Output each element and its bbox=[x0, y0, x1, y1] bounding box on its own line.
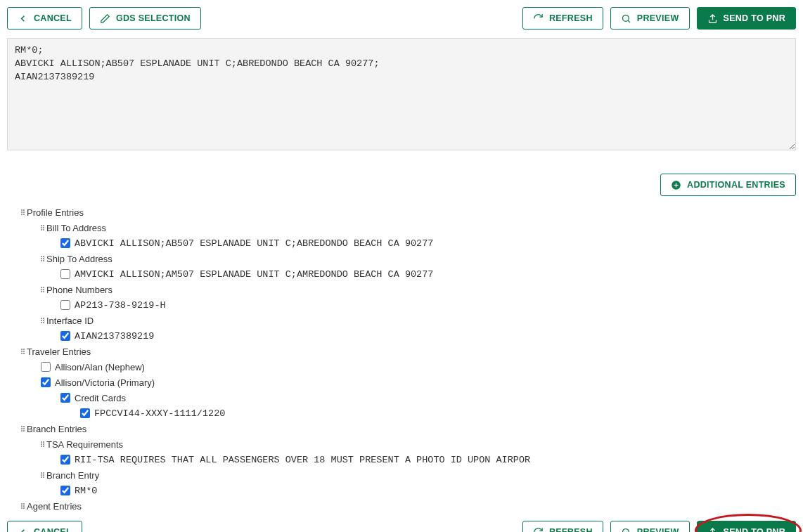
tsa-value-row: RII-TSA REQUIRES THAT ALL PASSENGERS OVE… bbox=[21, 452, 782, 467]
credit-card-value-checkbox[interactable] bbox=[80, 408, 90, 418]
interface-value-row: AIAN2137389219 bbox=[21, 328, 782, 344]
pencil-icon bbox=[100, 13, 110, 24]
bill-to-address-node[interactable]: Bill To Address bbox=[21, 220, 782, 235]
cancel-button-bottom[interactable]: CANCEL bbox=[7, 521, 82, 532]
send-to-pnr-label: SEND TO PNR bbox=[724, 13, 786, 23]
credit-cards-label: Credit Cards bbox=[75, 393, 126, 403]
bill-to-value-row: ABVICKI ALLISON;AB507 ESPLANADE UNIT C;A… bbox=[21, 235, 782, 251]
additional-entries-row: ADDITIONAL ENTRIES bbox=[7, 174, 796, 196]
branch-entries-node[interactable]: Branch Entries bbox=[21, 421, 782, 436]
interface-id-node[interactable]: Interface ID bbox=[21, 313, 782, 328]
allison-alan-label: Allison/Alan (Nephew) bbox=[55, 362, 145, 372]
tsa-requirements-label: TSA Requirements bbox=[46, 439, 123, 450]
refresh-button-bottom[interactable]: REFRESH bbox=[522, 521, 603, 532]
bill-to-address-label: Bill To Address bbox=[46, 223, 106, 233]
allison-victoria-label: Allison/Victoria (Primary) bbox=[55, 377, 155, 388]
ship-to-address-node[interactable]: Ship To Address bbox=[21, 251, 782, 266]
bottom-toolbar: CANCEL REFRESH PREVIEW SEND TO PNR bbox=[7, 521, 796, 532]
send-to-pnr-button[interactable]: SEND TO PNR bbox=[697, 7, 797, 30]
gds-command-textarea[interactable] bbox=[7, 38, 796, 150]
branch-entry-node[interactable]: Branch Entry bbox=[21, 467, 782, 483]
ship-to-value-row: AMVICKI ALLISON;AM507 ESPLANADE UNIT C;A… bbox=[21, 266, 782, 282]
grip-icon bbox=[21, 503, 25, 509]
allison-alan-row: Allison/Alan (Nephew) bbox=[21, 359, 782, 375]
credit-cards-row: Credit Cards bbox=[21, 390, 782, 406]
top-toolbar: CANCEL GDS SELECTION REFRESH PREVIEW SEN… bbox=[7, 7, 796, 30]
bill-to-checkbox[interactable] bbox=[60, 238, 70, 248]
phone-checkbox[interactable] bbox=[60, 300, 70, 310]
svg-point-5 bbox=[622, 528, 629, 532]
svg-line-1 bbox=[628, 20, 630, 22]
allison-victoria-row: Allison/Victoria (Primary) bbox=[21, 375, 782, 390]
refresh-button[interactable]: REFRESH bbox=[522, 7, 603, 30]
ship-to-address-label: Ship To Address bbox=[46, 254, 113, 264]
branch-value: RM*0 bbox=[75, 486, 97, 496]
ship-to-checkbox[interactable] bbox=[60, 269, 70, 279]
agent-entries-node[interactable]: Agent Entries bbox=[21, 498, 782, 514]
branch-value-checkbox[interactable] bbox=[60, 486, 70, 495]
tsa-requirements-node[interactable]: TSA Requirements bbox=[21, 436, 782, 452]
grip-icon bbox=[41, 225, 44, 231]
grip-icon bbox=[21, 426, 25, 432]
phone-value-row: AP213-738-9219-H bbox=[21, 297, 782, 313]
credit-cards-checkbox[interactable] bbox=[60, 393, 70, 403]
grip-icon bbox=[41, 318, 44, 323]
bill-to-value: ABVICKI ALLISON;AB507 ESPLANADE UNIT C;A… bbox=[75, 238, 433, 249]
profile-entries-node[interactable]: Profile Entries bbox=[21, 205, 782, 220]
search-icon bbox=[621, 527, 631, 533]
preview-label-bottom: PREVIEW bbox=[637, 527, 679, 532]
grip-icon bbox=[41, 472, 44, 478]
gds-selection-label: GDS SELECTION bbox=[116, 13, 191, 23]
search-icon bbox=[621, 13, 631, 24]
phone-value: AP213-738-9219-H bbox=[75, 300, 166, 311]
grip-icon bbox=[41, 287, 44, 292]
profile-entries-label: Profile Entries bbox=[27, 207, 84, 218]
tsa-value: RII-TSA REQUIRES THAT ALL PASSENGERS OVE… bbox=[75, 455, 530, 465]
preview-label: PREVIEW bbox=[637, 13, 679, 23]
grip-icon bbox=[41, 441, 44, 447]
send-to-pnr-button-bottom[interactable]: SEND TO PNR bbox=[697, 521, 797, 532]
branch-value-row: RM*0 bbox=[21, 483, 782, 498]
refresh-icon bbox=[533, 527, 544, 533]
traveler-entries-label: Traveler Entries bbox=[27, 346, 91, 357]
branch-entries-label: Branch Entries bbox=[27, 424, 86, 434]
additional-entries-label: ADDITIONAL ENTRIES bbox=[687, 180, 785, 190]
refresh-label: REFRESH bbox=[549, 13, 593, 23]
traveler-entries-node[interactable]: Traveler Entries bbox=[21, 344, 782, 359]
chevron-left-icon bbox=[18, 527, 28, 533]
agent-entries-label: Agent Entries bbox=[27, 501, 82, 512]
interface-id-label: Interface ID bbox=[46, 316, 94, 326]
interface-checkbox[interactable] bbox=[60, 331, 70, 341]
upload-icon bbox=[707, 13, 718, 24]
grip-icon bbox=[41, 256, 44, 261]
chevron-left-icon bbox=[18, 13, 28, 24]
refresh-label-bottom: REFRESH bbox=[549, 527, 593, 532]
grip-icon bbox=[21, 349, 25, 354]
allison-alan-checkbox[interactable] bbox=[41, 362, 51, 372]
allison-victoria-checkbox[interactable] bbox=[41, 377, 51, 387]
grip-icon bbox=[21, 209, 25, 215]
cancel-label: CANCEL bbox=[34, 13, 72, 23]
entries-tree: Profile Entries Bill To Address ABVICKI … bbox=[7, 205, 796, 521]
cancel-button[interactable]: CANCEL bbox=[7, 7, 82, 30]
credit-card-value-row: FPCCVI44-XXXY-1111/1220 bbox=[21, 406, 782, 421]
cancel-label-bottom: CANCEL bbox=[34, 527, 72, 532]
interface-value: AIAN2137389219 bbox=[75, 331, 154, 342]
svg-point-0 bbox=[622, 15, 629, 21]
send-to-pnr-label-bottom: SEND TO PNR bbox=[724, 527, 786, 532]
ship-to-value: AMVICKI ALLISON;AM507 ESPLANADE UNIT C;A… bbox=[75, 269, 433, 280]
refresh-icon bbox=[533, 13, 544, 24]
gds-selection-button[interactable]: GDS SELECTION bbox=[89, 7, 201, 30]
plus-circle-icon bbox=[671, 180, 681, 190]
preview-button[interactable]: PREVIEW bbox=[610, 7, 690, 30]
additional-entries-button[interactable]: ADDITIONAL ENTRIES bbox=[660, 174, 796, 196]
branch-entry-label: Branch Entry bbox=[46, 470, 99, 481]
phone-numbers-label: Phone Numbers bbox=[46, 285, 113, 295]
phone-numbers-node[interactable]: Phone Numbers bbox=[21, 282, 782, 297]
tsa-checkbox[interactable] bbox=[60, 455, 70, 465]
preview-button-bottom[interactable]: PREVIEW bbox=[610, 521, 690, 532]
credit-card-value: FPCCVI44-XXXY-1111/1220 bbox=[94, 408, 225, 419]
upload-icon bbox=[707, 527, 718, 533]
